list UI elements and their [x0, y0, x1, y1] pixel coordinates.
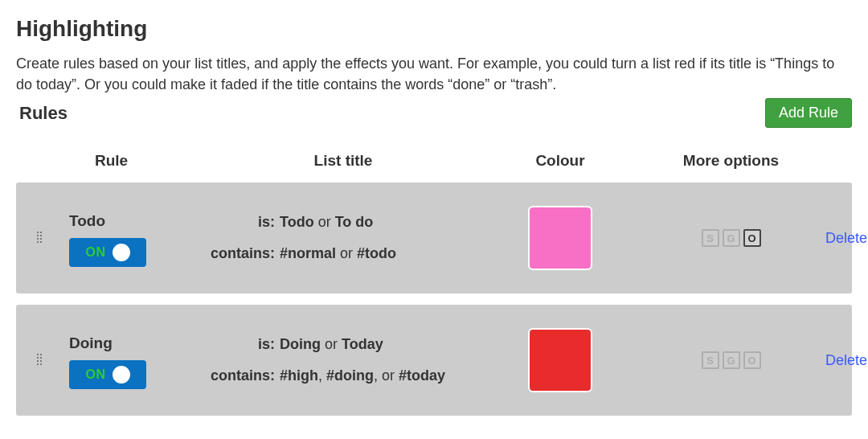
delete-link[interactable]: Delete [825, 352, 867, 368]
rule-row: Todo ON is: Todo or To do contains: #nor… [16, 183, 852, 293]
page-title: Highlighting [16, 16, 852, 42]
condition-is-label: is: [206, 214, 280, 231]
colour-swatch[interactable] [528, 206, 592, 270]
rule-name: Todo [69, 212, 203, 230]
toggle-on-label: ON [86, 245, 106, 260]
column-header-rule: Rule [66, 152, 203, 170]
column-header-colour: Colour [484, 152, 637, 170]
rule-row: Doing ON is: Doing or Today contains: #h… [16, 305, 852, 416]
condition-is-value: Doing or Today [280, 336, 383, 353]
rule-name: Doing [69, 334, 203, 352]
toggle-knob [113, 366, 130, 384]
option-g-button[interactable]: G [723, 229, 740, 247]
rule-enabled-toggle[interactable]: ON [69, 360, 146, 389]
condition-is-label: is: [206, 336, 280, 353]
condition-contains-label: contains: [206, 245, 280, 262]
toggle-on-label: ON [86, 367, 106, 382]
drag-handle-icon[interactable] [37, 354, 47, 367]
condition-contains-value: #high, #doing, or #today [280, 367, 445, 384]
option-s-button[interactable]: S [702, 229, 719, 247]
drag-handle-icon[interactable] [37, 232, 47, 244]
colour-swatch[interactable] [528, 328, 592, 392]
rules-header: Rules Add Rule [16, 98, 852, 128]
option-o-button[interactable]: O [743, 351, 761, 369]
add-rule-button[interactable]: Add Rule [765, 98, 852, 128]
column-header-title: List title [203, 152, 484, 170]
toggle-knob [113, 244, 130, 261]
condition-contains-label: contains: [206, 367, 280, 384]
rules-heading: Rules [16, 103, 68, 124]
intro-text: Create rules based on your list titles, … [16, 53, 852, 95]
rule-enabled-toggle[interactable]: ON [69, 238, 146, 267]
column-header-options: More options [637, 152, 825, 170]
table-header-row: Rule List title Colour More options [16, 152, 852, 183]
condition-contains-value: #normal or #todo [280, 245, 396, 262]
option-s-button[interactable]: S [702, 351, 719, 369]
option-o-button[interactable]: O [743, 229, 761, 247]
condition-is-value: Todo or To do [280, 214, 373, 231]
delete-link[interactable]: Delete [825, 230, 867, 246]
option-g-button[interactable]: G [723, 351, 740, 369]
